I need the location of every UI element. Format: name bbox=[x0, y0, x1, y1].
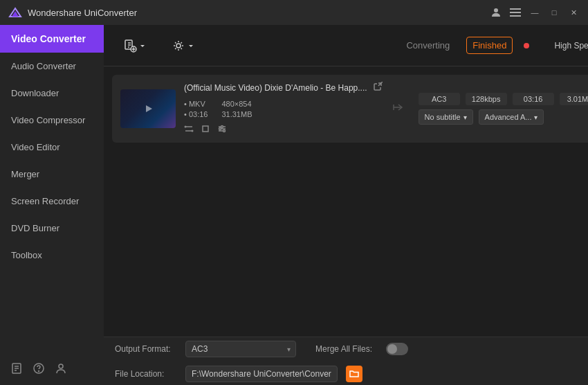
toolbar-tabs: Converting Finished bbox=[401, 37, 529, 54]
high-speed-label: High Speed Conversion bbox=[554, 41, 588, 51]
svg-rect-5 bbox=[510, 15, 521, 17]
notification-dot bbox=[524, 43, 529, 48]
file-meta: (Official Music Video) Dixie D'Amelio - … bbox=[184, 82, 383, 136]
file-title-row: (Official Music Video) Dixie D'Amelio - … bbox=[184, 82, 383, 94]
output-codec: AC3 bbox=[419, 93, 460, 105]
file-list: (Official Music Video) Dixie D'Amelio - … bbox=[104, 66, 588, 337]
help-icon[interactable] bbox=[33, 363, 44, 377]
close-btn[interactable]: ✕ bbox=[567, 6, 580, 19]
output-format-row: Output Format: AC3 Merge All Files: Star… bbox=[115, 337, 588, 361]
svg-point-30 bbox=[223, 130, 226, 132]
svg-point-17 bbox=[176, 44, 181, 48]
sidebar-item-merger[interactable]: Merger bbox=[0, 161, 104, 188]
user-icon-btn[interactable] bbox=[490, 6, 502, 19]
bottom-bar: Output Format: AC3 Merge All Files: Star… bbox=[104, 337, 588, 385]
browse-folder-button[interactable] bbox=[346, 366, 362, 382]
maximize-btn[interactable]: □ bbox=[548, 6, 560, 19]
account-icon[interactable] bbox=[55, 363, 66, 377]
file-size: 31.31MB bbox=[221, 110, 252, 118]
file-title: (Official Music Video) Dixie D'Amelio - … bbox=[184, 83, 367, 93]
file-actions bbox=[184, 124, 383, 136]
thumb-image bbox=[120, 89, 176, 128]
sidebar-item-screen-recorder[interactable]: Screen Recorder bbox=[0, 188, 104, 215]
merge-files-toggle[interactable] bbox=[386, 343, 408, 355]
sidebar-item-audio-converter[interactable]: Audio Converter bbox=[0, 53, 104, 80]
output-format-select[interactable]: AC3 bbox=[185, 341, 296, 357]
advanced-dropdown[interactable]: Advanced A... bbox=[479, 109, 544, 125]
subtitle-dropdown[interactable]: No subtitle bbox=[419, 109, 473, 125]
merge-files-label: Merge All Files: bbox=[315, 344, 378, 354]
file-resolution: 480×854 bbox=[221, 100, 252, 108]
output-info-row: AC3 128kbps 03:16 3.01MB bbox=[419, 93, 588, 105]
svg-point-22 bbox=[185, 126, 187, 128]
sidebar-footer bbox=[0, 355, 104, 385]
output-duration: 03:16 bbox=[513, 93, 554, 105]
app-logo bbox=[8, 6, 22, 19]
tab-converting[interactable]: Converting bbox=[401, 37, 455, 53]
sidebar-item-video-editor[interactable]: Video Editor bbox=[0, 134, 104, 161]
svg-rect-3 bbox=[510, 8, 521, 10]
sidebar-item-dvd-burner[interactable]: DVD Burner bbox=[0, 215, 104, 242]
svg-point-23 bbox=[192, 130, 194, 132]
minimize-btn[interactable]: — bbox=[529, 6, 541, 19]
svg-point-11 bbox=[39, 371, 39, 372]
file-format-col: • MKV • 03:16 bbox=[184, 100, 208, 118]
svg-point-12 bbox=[59, 364, 63, 368]
book-icon[interactable] bbox=[11, 363, 22, 377]
title-bar-controls: — □ ✕ bbox=[490, 6, 580, 19]
svg-point-2 bbox=[494, 8, 498, 12]
sidebar: Video Converter Audio Converter Download… bbox=[0, 25, 104, 385]
file-item: (Official Music Video) Dixie D'Amelio - … bbox=[112, 75, 588, 143]
output-size: 3.01MB bbox=[560, 93, 588, 105]
title-bar-title: Wondershare UniConverter bbox=[28, 8, 137, 18]
svg-point-29 bbox=[219, 128, 221, 130]
add-file-button[interactable] bbox=[115, 35, 155, 57]
external-link-icon[interactable] bbox=[373, 82, 383, 94]
file-duration: • 03:16 bbox=[184, 110, 208, 118]
merge-toggle-knob bbox=[387, 344, 397, 354]
content-area: Converting Finished High Speed Conversio… bbox=[104, 25, 588, 385]
svg-rect-4 bbox=[510, 12, 521, 13]
title-bar: Wondershare UniConverter — □ ✕ bbox=[0, 0, 588, 25]
sidebar-item-video-converter[interactable]: Video Converter bbox=[0, 25, 104, 53]
menu-icon-btn[interactable] bbox=[509, 6, 522, 19]
file-location-label: File Location: bbox=[115, 369, 177, 379]
file-format: • MKV bbox=[184, 100, 208, 108]
title-bar-left: Wondershare UniConverter bbox=[8, 6, 137, 19]
sidebar-item-downloader[interactable]: Downloader bbox=[0, 80, 104, 107]
svg-rect-24 bbox=[203, 126, 208, 132]
output-section: AC3 128kbps 03:16 3.01MB No subtitle Adv… bbox=[419, 93, 588, 125]
settings-button[interactable] bbox=[163, 35, 203, 57]
file-info-grid: • MKV • 03:16 480×854 31.31MB bbox=[184, 100, 383, 118]
crop-icon[interactable] bbox=[201, 124, 210, 136]
tab-finished[interactable]: Finished bbox=[466, 37, 513, 54]
output-controls-row: No subtitle Advanced A... bbox=[419, 109, 588, 125]
sidebar-item-video-compressor[interactable]: Video Compressor bbox=[0, 107, 104, 134]
svg-marker-18 bbox=[146, 105, 152, 112]
arrow-right-icon bbox=[391, 100, 405, 118]
svg-line-19 bbox=[378, 82, 383, 86]
file-location-row: File Location: bbox=[115, 366, 588, 382]
output-format-label: Output Format: bbox=[115, 344, 177, 354]
file-location-input[interactable] bbox=[185, 366, 338, 382]
file-thumbnail bbox=[120, 89, 176, 128]
effects-icon[interactable] bbox=[217, 124, 227, 136]
file-resolution-col: 480×854 31.31MB bbox=[221, 100, 252, 118]
output-bitrate: 128kbps bbox=[466, 93, 507, 105]
svg-point-28 bbox=[221, 126, 223, 128]
main-layout: Video Converter Audio Converter Download… bbox=[0, 25, 588, 385]
output-format-select-wrapper: AC3 bbox=[185, 341, 296, 357]
trim-icon[interactable] bbox=[184, 124, 194, 136]
high-speed-area: High Speed Conversion bbox=[554, 39, 588, 53]
toolbar: Converting Finished High Speed Conversio… bbox=[104, 25, 588, 66]
sidebar-item-toolbox[interactable]: Toolbox bbox=[0, 242, 104, 269]
